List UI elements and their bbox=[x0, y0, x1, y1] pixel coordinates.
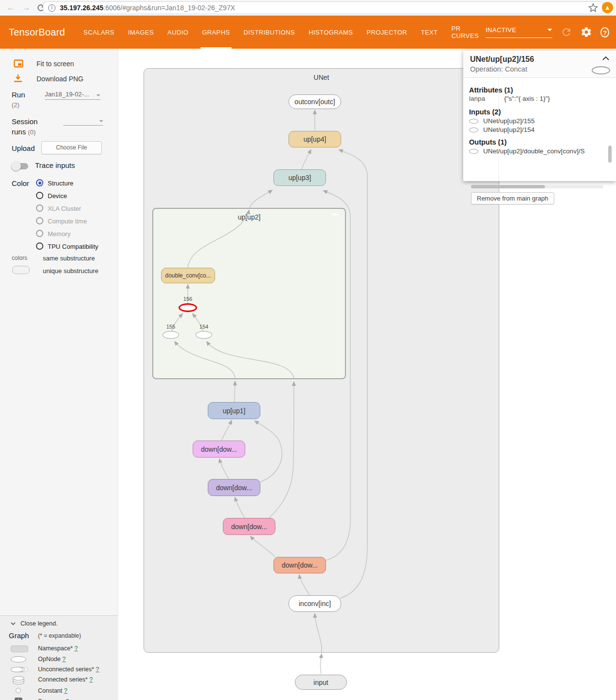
legend-expandable-note: (* = expandable) bbox=[38, 632, 81, 639]
chevron-down-icon bbox=[547, 29, 552, 31]
vertical-scrollbar[interactable] bbox=[608, 146, 612, 163]
settings-gear-icon[interactable] bbox=[580, 26, 592, 38]
choose-file-button[interactable]: Choose File bbox=[41, 141, 102, 154]
radio-structure[interactable] bbox=[36, 179, 43, 186]
tab-scalars[interactable]: SCALARS bbox=[82, 16, 116, 49]
node-inconv[interactable]: inconv[inc] bbox=[289, 595, 341, 612]
input-item[interactable]: UNet/up[up2]/154 bbox=[469, 126, 616, 133]
session-runs-count: (0) bbox=[28, 129, 36, 136]
radio-xla-cluster bbox=[36, 204, 43, 212]
run-count: (2) bbox=[12, 101, 19, 109]
download-icon bbox=[14, 74, 22, 83]
radio-tpu-compatibility[interactable] bbox=[36, 242, 43, 250]
opnode-154[interactable] bbox=[196, 331, 212, 339]
node-info-body: Attributes (1) lanpa {"s":"{ axis : 1}"}… bbox=[463, 78, 616, 181]
horizontal-scrollbar-thumb[interactable] bbox=[471, 185, 545, 188]
bookmark-star-icon[interactable] bbox=[588, 3, 598, 13]
chevron-down-icon bbox=[99, 120, 103, 122]
reload-data-icon[interactable] bbox=[561, 26, 572, 38]
radio-device-label: Device bbox=[48, 192, 67, 200]
radio-compute-time bbox=[36, 217, 43, 224]
node-info-panel: UNet/up[up2]/156 Operation: Concat Attri… bbox=[463, 51, 616, 181]
browser-back-icon[interactable]: ← bbox=[6, 3, 16, 13]
node-down1[interactable]: down[dow... bbox=[273, 557, 326, 573]
opnode-icon bbox=[469, 128, 478, 132]
colors-caption: colors bbox=[12, 255, 27, 261]
help-link[interactable]: ? bbox=[62, 656, 66, 663]
tab-projector[interactable]: PROJECTOR bbox=[365, 16, 409, 49]
connected-series-icon bbox=[13, 676, 24, 681]
opnode-icon bbox=[469, 149, 478, 154]
help-link[interactable]: ? bbox=[66, 698, 69, 700]
opnode-156-selected[interactable] bbox=[179, 303, 197, 312]
opnode-156-label: 156 bbox=[183, 296, 192, 302]
same-substructure-label: same substructure bbox=[43, 255, 95, 262]
node-down3[interactable]: down[dow... bbox=[208, 479, 260, 496]
attribute-key: lanpa bbox=[469, 95, 504, 102]
node-operation: Operation: Concat bbox=[470, 65, 609, 73]
tab-graphs[interactable]: GRAPHS bbox=[200, 16, 231, 49]
tab-audio[interactable]: AUDIO bbox=[166, 16, 190, 49]
inputs-header: Inputs (2) bbox=[469, 108, 616, 116]
output-item[interactable]: UNet/up[up2]/double_conv[conv]/S bbox=[469, 147, 616, 155]
horizontal-scrollbar[interactable] bbox=[471, 185, 603, 188]
radio-structure-label: Structure bbox=[48, 180, 73, 187]
session-runs-select[interactable] bbox=[63, 120, 103, 126]
unique-substructure-label: unique substructure bbox=[43, 267, 98, 275]
attributes-header: Attributes (1) bbox=[469, 86, 616, 94]
node-input[interactable]: input bbox=[295, 675, 347, 690]
address-bar[interactable]: i 35.197.26.245:6006/#graphs&run=Jan18_1… bbox=[43, 1, 603, 14]
help-link[interactable]: ? bbox=[74, 645, 78, 652]
attribute-value: {"s":"{ axis : 1}"} bbox=[504, 95, 550, 102]
summary-icon: + bbox=[15, 698, 22, 700]
remove-from-main-graph-button[interactable]: Remove from main graph bbox=[471, 192, 554, 204]
outputs-header: Outputs (1) bbox=[469, 138, 616, 146]
help-link[interactable]: ? bbox=[64, 687, 68, 694]
browser-extension-icon[interactable]: ▲ bbox=[602, 2, 613, 13]
node-up3[interactable]: up[up3] bbox=[273, 169, 326, 186]
radio-device[interactable] bbox=[36, 192, 43, 199]
tensorboard-header: TensorBoard SCALARS IMAGES AUDIO GRAPHS … bbox=[0, 16, 616, 49]
help-icon[interactable]: ? bbox=[600, 27, 609, 37]
opnode-154-label: 154 bbox=[199, 324, 208, 330]
opnode-icon bbox=[11, 656, 26, 663]
collapse-panel-icon[interactable] bbox=[602, 56, 609, 60]
status-dropdown[interactable]: INACTIVE bbox=[486, 26, 552, 38]
chevron-down-icon bbox=[11, 622, 16, 625]
node-info-header: UNet/up[up2]/156 Operation: Concat bbox=[463, 51, 616, 78]
tab-distributions[interactable]: DISTRIBUTIONS bbox=[242, 16, 297, 49]
help-link[interactable]: ? bbox=[90, 676, 93, 683]
tab-text[interactable]: TEXT bbox=[419, 16, 439, 49]
tab-images[interactable]: IMAGES bbox=[127, 16, 155, 49]
trace-inputs-toggle[interactable] bbox=[13, 163, 28, 169]
unconnected-series-icon bbox=[11, 667, 23, 672]
opnode-155[interactable] bbox=[163, 331, 179, 339]
session-runs-label: Session bbox=[12, 117, 37, 126]
unique-substructure-swatch bbox=[12, 266, 30, 274]
run-select-value: Jan18_19-02-... bbox=[45, 91, 89, 98]
tab-histograms[interactable]: HISTOGRAMS bbox=[307, 16, 354, 49]
node-up4[interactable]: up[up4] bbox=[289, 131, 341, 147]
app-title: TensorBoard bbox=[9, 27, 65, 38]
node-down2[interactable]: down[dow... bbox=[223, 518, 275, 535]
browser-toolbar: ← → i 35.197.26.245:6006/#graphs&run=Jan… bbox=[0, 0, 616, 16]
node-up1[interactable]: up[up1] bbox=[208, 402, 260, 419]
node-outconv[interactable]: outconv[outc] bbox=[289, 94, 341, 109]
tab-pr-curves[interactable]: PR CURVES bbox=[450, 16, 480, 49]
radio-memory bbox=[36, 230, 43, 237]
fit-to-screen-label: Fit to screen bbox=[36, 60, 74, 68]
upload-label: Upload bbox=[12, 144, 35, 152]
opnode-icon bbox=[469, 119, 478, 124]
input-item[interactable]: UNet/up[up2]/155 bbox=[469, 117, 616, 125]
node-double-conv[interactable]: double_conv[co... bbox=[161, 268, 215, 283]
browser-forward-icon[interactable]: → bbox=[21, 3, 31, 13]
page-info-icon[interactable]: i bbox=[48, 4, 55, 12]
help-link[interactable]: ? bbox=[96, 666, 99, 673]
radio-memory-label: Memory bbox=[48, 230, 71, 238]
node-shape-icon bbox=[592, 66, 610, 74]
attribute-row: lanpa {"s":"{ axis : 1}"} bbox=[469, 95, 616, 102]
run-select[interactable]: Jan18_19-02-... bbox=[45, 91, 100, 100]
node-down4[interactable]: down[dow... bbox=[193, 441, 245, 458]
main-nav: SCALARS IMAGES AUDIO GRAPHS DISTRIBUTION… bbox=[77, 16, 486, 49]
url-path: :6006/#graphs&run=Jan18_19-02-26_Z97X bbox=[104, 4, 235, 12]
